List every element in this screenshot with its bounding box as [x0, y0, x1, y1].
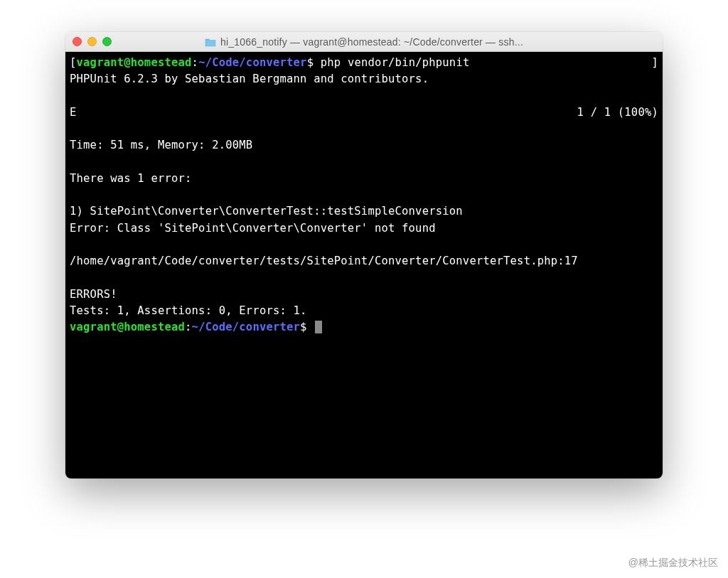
terminal-body[interactable]: [vagrant@homestead:~/Code/converter$ php… [65, 52, 663, 478]
blank-line [70, 154, 658, 171]
watermark: @稀土掘金技术社区 [628, 557, 718, 569]
window-title: hi_1066_notify — vagrant@homestead: ~/Co… [220, 36, 523, 48]
cursor [315, 321, 322, 333]
user-host: vagrant@homestead [70, 321, 185, 333]
error-intro: There was 1 error: [70, 171, 658, 187]
window-titlebar[interactable]: hi_1066_notify — vagrant@homestead: ~/Co… [65, 32, 663, 52]
error-test-name: 1) SitePoint\Converter\ConverterTest::te… [70, 203, 658, 220]
close-button[interactable] [73, 37, 82, 46]
test-summary: Tests: 1, Assertions: 0, Errors: 1. [70, 303, 658, 319]
progress-char: E [70, 105, 77, 121]
errors-label: ERRORS! [70, 287, 658, 303]
cwd-path: ~/Code/converter [198, 56, 307, 69]
error-message: Error: Class 'SitePoint\Converter\Conver… [70, 220, 658, 237]
command-text: php vendor/bin/phpunit [321, 56, 470, 69]
maximize-button[interactable] [102, 37, 112, 46]
blank-line [70, 121, 658, 137]
progress-line: E1 / 1 (100%) [70, 105, 658, 121]
progress-count: 1 / 1 (100%) [577, 105, 658, 121]
user-host: vagrant@homestead [77, 56, 192, 69]
traffic-lights [73, 37, 112, 46]
time-memory: Time: 51 ms, Memory: 2.00MB [70, 137, 658, 154]
error-file-path: /home/vagrant/Code/converter/tests/SiteP… [70, 253, 658, 269]
terminal-window: hi_1066_notify — vagrant@homestead: ~/Co… [65, 32, 663, 478]
blank-line [70, 88, 658, 105]
folder-icon [205, 37, 216, 46]
minimize-button[interactable] [87, 37, 97, 46]
cwd-path: ~/Code/converter [192, 321, 301, 333]
phpunit-header: PHPUnit 6.2.3 by Sebastian Bergmann and … [70, 71, 658, 87]
blank-line [70, 237, 658, 253]
blank-line [70, 269, 658, 286]
prompt-line-1: [vagrant@homestead:~/Code/converter$ php… [70, 55, 658, 71]
prompt-line-2: vagrant@homestead:~/Code/converter$ [70, 319, 658, 336]
blank-line [70, 187, 658, 203]
title-content: hi_1066_notify — vagrant@homestead: ~/Co… [65, 36, 663, 48]
